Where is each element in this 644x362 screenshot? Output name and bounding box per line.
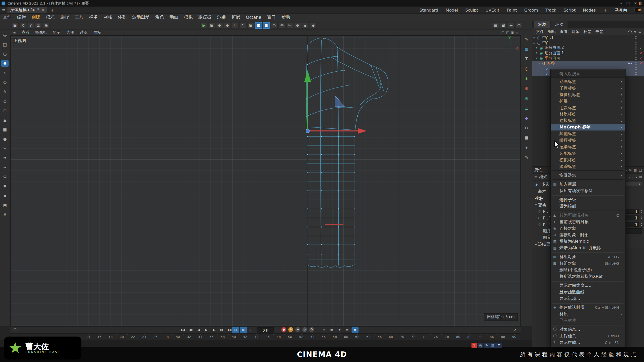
tool-icon[interactable]: ◎ — [1, 32, 9, 39]
viewport-float-icon[interactable]: ◰ — [506, 31, 509, 34]
context-menu-item[interactable]: ? 显示帮助... Ctrl+F1 — [551, 339, 625, 346]
create-tool-icon[interactable]: ⚙ — [523, 85, 530, 92]
menubar-item[interactable]: Octane — [243, 14, 264, 21]
object-row[interactable]: ▾ ◑ 对称 ▪▪ × — [532, 61, 644, 66]
context-menu-item[interactable]: 装配标签 › — [551, 150, 625, 157]
viewport-menu-item[interactable]: 显示 — [50, 30, 63, 35]
toolbar-icon[interactable]: ↻ — [239, 22, 247, 29]
toolbar-icon[interactable]: ◆ — [224, 22, 231, 29]
toolbar-icon[interactable]: ▣ — [208, 22, 215, 29]
menubar-item[interactable]: 窗口 — [264, 14, 278, 21]
pin-icon[interactable]: ⊞ — [639, 175, 642, 179]
stepper-icons[interactable]: ▴▾ — [641, 209, 642, 213]
attribute-tab[interactable]: 基本 — [534, 188, 550, 195]
tool-icon[interactable]: □ — [1, 41, 9, 48]
animate-dot-icon[interactable]: ○ — [538, 210, 541, 213]
context-menu-item[interactable]: 模拟标签 › — [551, 157, 625, 163]
context-menu-item[interactable]: 已有材质 — [551, 317, 625, 324]
lock-icon[interactable]: ⊠ — [629, 168, 632, 172]
scale-value-input[interactable]: 1 — [625, 215, 639, 220]
expander-icon[interactable]: ▾ — [536, 52, 540, 55]
layout-item[interactable]: Sculpt — [462, 8, 482, 12]
object-tags[interactable]: ▪▪ — [628, 62, 635, 65]
context-menu-item[interactable]: 扩展 › — [551, 98, 625, 105]
menubar-item[interactable]: 文件 — [0, 14, 14, 21]
context-menu-item[interactable]: 子弹标签 › — [551, 85, 625, 92]
menubar-item[interactable]: 选择 — [58, 14, 72, 21]
context-menu-item[interactable]: ⊖ 连接对象+删除 — [551, 232, 625, 238]
toolbar-icon[interactable]: X — [19, 22, 26, 29]
axis-widget-icon[interactable]: ◇ — [14, 327, 16, 331]
tool-icon[interactable]: ⚙ — [1, 173, 9, 180]
context-menu-item[interactable] — [552, 325, 623, 326]
toolbar-icon[interactable]: ✂ — [286, 22, 293, 29]
filter-icon[interactable]: ▼ — [634, 30, 636, 33]
ime-icon[interactable]: 英 — [478, 342, 484, 348]
visibility-dots[interactable] — [635, 41, 637, 44]
timeline-tool[interactable]: ▦ — [352, 327, 359, 333]
toolbar-icon[interactable]: ▶ — [200, 22, 208, 29]
toolbar-icon[interactable]: ○ — [271, 22, 278, 29]
viewport-pin-icon[interactable]: ◱ — [501, 31, 504, 34]
visibility-dots[interactable] — [635, 67, 637, 70]
object-manager-menu-item[interactable]: 标签 — [582, 29, 593, 34]
context-menu-item[interactable] — [552, 170, 623, 171]
animate-dot-icon[interactable]: ○ — [538, 223, 541, 226]
attributes-panel-title[interactable]: 属性 — [534, 167, 543, 173]
context-menu-item[interactable]: ✦ 当前状态转对象 — [551, 219, 625, 225]
viewport-view-label[interactable]: 正视图 — [13, 38, 26, 43]
viewport-menu-item[interactable]: 查看 — [19, 30, 32, 35]
tool-icon[interactable]: ~ — [1, 164, 9, 171]
transport-button[interactable]: ◀ — [195, 327, 202, 333]
menubar-item[interactable]: 角色 — [152, 14, 167, 21]
timeline-tool[interactable]: # — [336, 327, 343, 333]
context-menu-item[interactable] — [552, 281, 623, 281]
context-menu-item[interactable]: 材质标签 › — [551, 111, 625, 118]
toolbar-icon[interactable]: ⚙ — [294, 22, 301, 29]
context-menu-item[interactable]: 从所有场次中移除 — [551, 188, 625, 194]
toolbar-icon[interactable]: ◉ — [43, 22, 50, 29]
transport-toggle[interactable]: ♪ — [248, 327, 255, 333]
create-tool-icon[interactable]: ○ — [523, 65, 530, 72]
scale-value-input[interactable]: 1 — [625, 222, 639, 227]
visibility-dots[interactable] — [635, 36, 637, 39]
context-menu-item[interactable]: 摄像机标签 › — [551, 92, 625, 98]
interface-toggle-icon[interactable] — [634, 8, 641, 12]
context-menu-item[interactable] — [552, 303, 623, 303]
create-tool-icon[interactable]: ■ — [523, 134, 530, 141]
document-tab[interactable]: 身体建模.c4d * × — [7, 7, 47, 13]
transport-toggle[interactable]: ⊡ — [232, 327, 239, 333]
record-toggle[interactable]: ◇ — [302, 327, 307, 332]
context-menu-item[interactable]: 编程标签 › — [551, 137, 625, 144]
menubar-item[interactable]: 运动图形 — [129, 14, 152, 21]
context-menu-item[interactable]: 删除(不包含子级) — [551, 267, 625, 273]
visibility-dots[interactable] — [635, 72, 637, 75]
create-tool-icon[interactable]: ✎ — [523, 36, 530, 43]
tool-icon[interactable]: ≈ — [1, 154, 9, 161]
current-frame-field[interactable]: 0 F — [257, 327, 274, 333]
tool-icon[interactable]: ↻ — [1, 69, 9, 76]
transport-button[interactable]: ▮▶ — [219, 327, 226, 333]
toolbar-icon[interactable]: ▣ — [247, 22, 254, 29]
viewport-menu-item[interactable]: 摄像机 — [32, 30, 50, 35]
layout-item[interactable]: Model — [442, 8, 462, 12]
context-menu-item[interactable]: ⓘ 对象信息... — [551, 326, 625, 333]
toolbar-icon[interactable]: ▣ — [12, 22, 19, 29]
stepper-icons[interactable]: ▴▾ — [641, 216, 642, 220]
tool-icon[interactable]: ✎ — [1, 88, 9, 95]
toolbar-icon[interactable]: ○ — [515, 22, 522, 29]
context-menu-item[interactable]: 设为根部 — [551, 203, 625, 210]
toolbar-icon[interactable]: ▣ — [500, 22, 507, 29]
menubar-item[interactable]: 模拟 — [181, 14, 195, 21]
tool-icon[interactable]: ◇ — [1, 79, 9, 86]
menubar-item[interactable]: 帮助 — [278, 14, 293, 21]
context-menu-item[interactable]: 动画标签 › — [551, 78, 625, 85]
context-menu-item[interactable]: 跟踪标签 › — [551, 163, 625, 170]
layout-item-new-ui[interactable]: 新界面 — [611, 7, 631, 13]
tool-icon[interactable]: ⊕ — [1, 60, 9, 67]
prev-icon[interactable]: ‹ — [629, 175, 630, 179]
record-toggle[interactable]: ● — [281, 327, 286, 332]
viewport-menu-item[interactable]: 选项 — [63, 30, 77, 35]
object-manager-menu-item[interactable]: 文件 — [534, 29, 546, 34]
viewport-menu-item[interactable]: 过滤 — [77, 30, 91, 35]
